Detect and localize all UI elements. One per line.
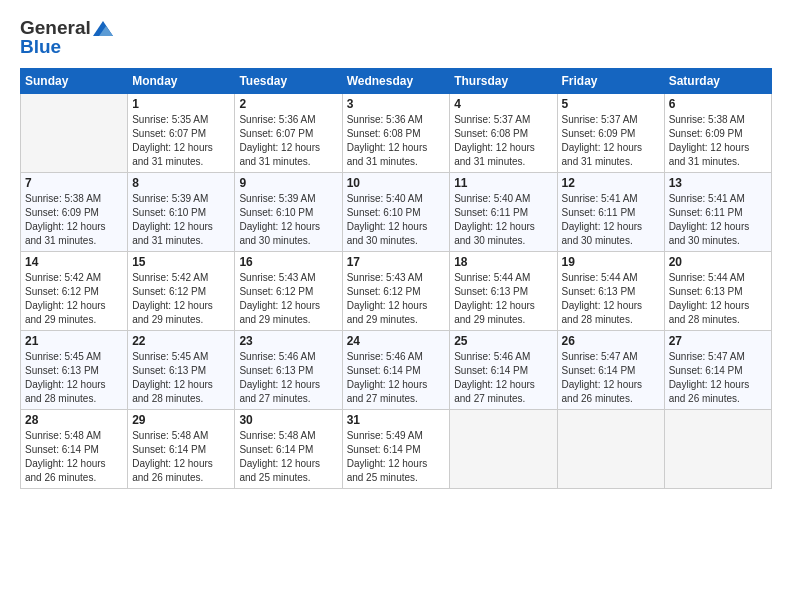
day-number: 9 [239,176,337,190]
calendar-cell: 7Sunrise: 5:38 AM Sunset: 6:09 PM Daylig… [21,172,128,251]
day-info: Sunrise: 5:47 AM Sunset: 6:14 PM Dayligh… [562,350,660,406]
day-number: 15 [132,255,230,269]
day-number: 30 [239,413,337,427]
calendar-cell [557,409,664,488]
weekday-header: Sunday [21,68,128,93]
logo-flag-icon [93,21,113,36]
day-info: Sunrise: 5:47 AM Sunset: 6:14 PM Dayligh… [669,350,767,406]
calendar-cell [450,409,557,488]
calendar-cell: 31Sunrise: 5:49 AM Sunset: 6:14 PM Dayli… [342,409,450,488]
day-number: 21 [25,334,123,348]
day-info: Sunrise: 5:49 AM Sunset: 6:14 PM Dayligh… [347,429,446,485]
day-info: Sunrise: 5:35 AM Sunset: 6:07 PM Dayligh… [132,113,230,169]
calendar-cell: 27Sunrise: 5:47 AM Sunset: 6:14 PM Dayli… [664,330,771,409]
calendar-cell: 24Sunrise: 5:46 AM Sunset: 6:14 PM Dayli… [342,330,450,409]
logo-container: General Blue [20,18,113,58]
day-info: Sunrise: 5:44 AM Sunset: 6:13 PM Dayligh… [454,271,552,327]
day-info: Sunrise: 5:36 AM Sunset: 6:07 PM Dayligh… [239,113,337,169]
calendar-cell: 17Sunrise: 5:43 AM Sunset: 6:12 PM Dayli… [342,251,450,330]
day-info: Sunrise: 5:39 AM Sunset: 6:10 PM Dayligh… [132,192,230,248]
calendar-cell: 1Sunrise: 5:35 AM Sunset: 6:07 PM Daylig… [128,93,235,172]
day-number: 5 [562,97,660,111]
day-info: Sunrise: 5:42 AM Sunset: 6:12 PM Dayligh… [25,271,123,327]
weekday-header: Wednesday [342,68,450,93]
day-number: 27 [669,334,767,348]
calendar-cell: 15Sunrise: 5:42 AM Sunset: 6:12 PM Dayli… [128,251,235,330]
weekday-header: Saturday [664,68,771,93]
day-info: Sunrise: 5:40 AM Sunset: 6:11 PM Dayligh… [454,192,552,248]
day-number: 19 [562,255,660,269]
header: General General Blue [20,18,772,58]
calendar-cell: 29Sunrise: 5:48 AM Sunset: 6:14 PM Dayli… [128,409,235,488]
calendar-cell: 18Sunrise: 5:44 AM Sunset: 6:13 PM Dayli… [450,251,557,330]
day-info: Sunrise: 5:41 AM Sunset: 6:11 PM Dayligh… [669,192,767,248]
day-number: 11 [454,176,552,190]
day-number: 13 [669,176,767,190]
day-number: 18 [454,255,552,269]
calendar-cell: 12Sunrise: 5:41 AM Sunset: 6:11 PM Dayli… [557,172,664,251]
calendar-cell: 22Sunrise: 5:45 AM Sunset: 6:13 PM Dayli… [128,330,235,409]
calendar-cell: 21Sunrise: 5:45 AM Sunset: 6:13 PM Dayli… [21,330,128,409]
day-number: 8 [132,176,230,190]
day-number: 4 [454,97,552,111]
day-info: Sunrise: 5:44 AM Sunset: 6:13 PM Dayligh… [669,271,767,327]
calendar-week-row: 28Sunrise: 5:48 AM Sunset: 6:14 PM Dayli… [21,409,772,488]
day-number: 14 [25,255,123,269]
calendar-cell: 11Sunrise: 5:40 AM Sunset: 6:11 PM Dayli… [450,172,557,251]
day-info: Sunrise: 5:48 AM Sunset: 6:14 PM Dayligh… [25,429,123,485]
day-number: 22 [132,334,230,348]
calendar-cell: 5Sunrise: 5:37 AM Sunset: 6:09 PM Daylig… [557,93,664,172]
calendar-cell: 28Sunrise: 5:48 AM Sunset: 6:14 PM Dayli… [21,409,128,488]
day-number: 12 [562,176,660,190]
day-number: 6 [669,97,767,111]
day-number: 28 [25,413,123,427]
day-info: Sunrise: 5:37 AM Sunset: 6:09 PM Dayligh… [562,113,660,169]
calendar-cell: 25Sunrise: 5:46 AM Sunset: 6:14 PM Dayli… [450,330,557,409]
calendar-cell: 23Sunrise: 5:46 AM Sunset: 6:13 PM Dayli… [235,330,342,409]
day-number: 3 [347,97,446,111]
calendar-cell: 19Sunrise: 5:44 AM Sunset: 6:13 PM Dayli… [557,251,664,330]
calendar-week-row: 21Sunrise: 5:45 AM Sunset: 6:13 PM Dayli… [21,330,772,409]
day-info: Sunrise: 5:37 AM Sunset: 6:08 PM Dayligh… [454,113,552,169]
day-info: Sunrise: 5:43 AM Sunset: 6:12 PM Dayligh… [239,271,337,327]
day-info: Sunrise: 5:38 AM Sunset: 6:09 PM Dayligh… [25,192,123,248]
day-number: 25 [454,334,552,348]
day-info: Sunrise: 5:40 AM Sunset: 6:10 PM Dayligh… [347,192,446,248]
day-info: Sunrise: 5:38 AM Sunset: 6:09 PM Dayligh… [669,113,767,169]
calendar-cell: 6Sunrise: 5:38 AM Sunset: 6:09 PM Daylig… [664,93,771,172]
day-info: Sunrise: 5:41 AM Sunset: 6:11 PM Dayligh… [562,192,660,248]
day-number: 16 [239,255,337,269]
day-number: 24 [347,334,446,348]
day-number: 20 [669,255,767,269]
day-info: Sunrise: 5:48 AM Sunset: 6:14 PM Dayligh… [132,429,230,485]
calendar-cell: 20Sunrise: 5:44 AM Sunset: 6:13 PM Dayli… [664,251,771,330]
calendar-cell: 13Sunrise: 5:41 AM Sunset: 6:11 PM Dayli… [664,172,771,251]
calendar-cell: 16Sunrise: 5:43 AM Sunset: 6:12 PM Dayli… [235,251,342,330]
calendar-cell [21,93,128,172]
calendar-cell: 26Sunrise: 5:47 AM Sunset: 6:14 PM Dayli… [557,330,664,409]
calendar-cell: 10Sunrise: 5:40 AM Sunset: 6:10 PM Dayli… [342,172,450,251]
calendar-week-row: 7Sunrise: 5:38 AM Sunset: 6:09 PM Daylig… [21,172,772,251]
calendar-cell: 8Sunrise: 5:39 AM Sunset: 6:10 PM Daylig… [128,172,235,251]
day-info: Sunrise: 5:46 AM Sunset: 6:14 PM Dayligh… [347,350,446,406]
day-number: 2 [239,97,337,111]
day-info: Sunrise: 5:44 AM Sunset: 6:13 PM Dayligh… [562,271,660,327]
calendar-header-row: SundayMondayTuesdayWednesdayThursdayFrid… [21,68,772,93]
day-info: Sunrise: 5:45 AM Sunset: 6:13 PM Dayligh… [132,350,230,406]
calendar-cell: 9Sunrise: 5:39 AM Sunset: 6:10 PM Daylig… [235,172,342,251]
day-number: 29 [132,413,230,427]
day-info: Sunrise: 5:43 AM Sunset: 6:12 PM Dayligh… [347,271,446,327]
page: General General Blue SundayMondayTuesday… [0,0,792,612]
day-number: 17 [347,255,446,269]
calendar-week-row: 14Sunrise: 5:42 AM Sunset: 6:12 PM Dayli… [21,251,772,330]
logo-blue-label: Blue [20,37,61,58]
day-number: 7 [25,176,123,190]
weekday-header: Thursday [450,68,557,93]
weekday-header: Tuesday [235,68,342,93]
day-number: 10 [347,176,446,190]
calendar-table: SundayMondayTuesdayWednesdayThursdayFrid… [20,68,772,489]
day-info: Sunrise: 5:46 AM Sunset: 6:13 PM Dayligh… [239,350,337,406]
calendar-cell: 30Sunrise: 5:48 AM Sunset: 6:14 PM Dayli… [235,409,342,488]
day-number: 31 [347,413,446,427]
day-number: 23 [239,334,337,348]
